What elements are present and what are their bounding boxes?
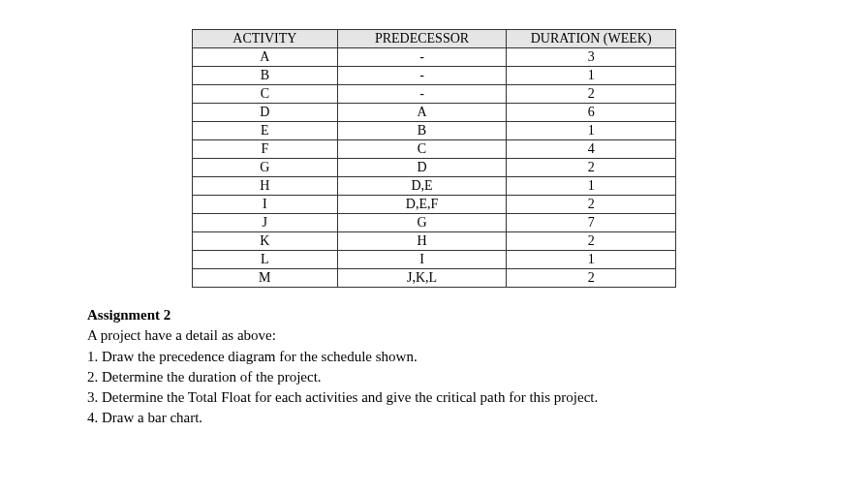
cell-predecessor: - xyxy=(337,85,507,104)
cell-predecessor: H xyxy=(337,232,507,251)
assignment-item: 1. Draw the precedence diagram for the s… xyxy=(87,347,781,366)
cell-predecessor: B xyxy=(337,122,507,140)
table-row: FC4 xyxy=(193,140,676,159)
table-row: HD,E1 xyxy=(193,177,676,196)
cell-duration: 1 xyxy=(507,251,676,269)
cell-duration: 1 xyxy=(507,67,676,85)
table-row: KH2 xyxy=(193,232,676,251)
table-row: B-1 xyxy=(193,67,676,85)
assignment-intro: A project have a detail as above: xyxy=(87,325,781,345)
table-row: GD2 xyxy=(193,159,676,177)
cell-activity: F xyxy=(193,140,338,159)
cell-duration: 2 xyxy=(507,159,676,177)
cell-activity: A xyxy=(193,48,338,67)
table-header-row: ACTIVITY PREDECESSOR DURATION (WEEK) xyxy=(193,30,676,48)
table-row: LI1 xyxy=(193,251,676,269)
assignment-heading: Assignment 2 xyxy=(87,305,781,324)
cell-predecessor: - xyxy=(337,48,507,67)
table-row: C-2 xyxy=(193,85,676,104)
cell-duration: 2 xyxy=(507,232,676,251)
cell-predecessor: - xyxy=(337,67,507,85)
activity-table-container: ACTIVITY PREDECESSOR DURATION (WEEK) A-3… xyxy=(87,29,781,288)
cell-predecessor: I xyxy=(337,251,507,269)
cell-predecessor: D,E,F xyxy=(337,196,507,214)
cell-duration: 4 xyxy=(507,140,676,159)
table-body: A-3 B-1 C-2 DA6 EB1 FC4 GD2 HD,E1 ID,E,F… xyxy=(193,48,676,288)
activity-table: ACTIVITY PREDECESSOR DURATION (WEEK) A-3… xyxy=(192,29,676,288)
cell-duration: 3 xyxy=(507,48,676,67)
cell-duration: 6 xyxy=(507,104,676,122)
assignment-item: 4. Draw a bar chart. xyxy=(87,408,781,427)
table-row: DA6 xyxy=(193,104,676,122)
cell-predecessor: D,E xyxy=(337,177,507,196)
cell-activity: D xyxy=(193,104,338,122)
cell-predecessor: J,K,L xyxy=(337,269,507,288)
table-row: A-3 xyxy=(193,48,676,67)
table-row: ID,E,F2 xyxy=(193,196,676,214)
cell-activity: C xyxy=(193,85,338,104)
cell-predecessor: C xyxy=(337,140,507,159)
cell-duration: 2 xyxy=(507,196,676,214)
cell-predecessor: G xyxy=(337,214,507,232)
assignment-item: 3. Determine the Total Float for each ac… xyxy=(87,387,781,407)
cell-activity: B xyxy=(193,67,338,85)
cell-activity: H xyxy=(193,177,338,196)
header-duration: DURATION (WEEK) xyxy=(507,30,676,48)
cell-activity: K xyxy=(193,232,338,251)
cell-duration: 1 xyxy=(507,122,676,140)
cell-activity: I xyxy=(193,196,338,214)
assignment-item: 2. Determine the duration of the project… xyxy=(87,367,781,386)
cell-duration: 7 xyxy=(507,214,676,232)
table-row: JG7 xyxy=(193,214,676,232)
assignment-text: Assignment 2 A project have a detail as … xyxy=(87,305,781,428)
cell-activity: E xyxy=(193,122,338,140)
cell-activity: J xyxy=(193,214,338,232)
cell-predecessor: D xyxy=(337,159,507,177)
cell-duration: 2 xyxy=(507,269,676,288)
cell-activity: L xyxy=(193,251,338,269)
cell-duration: 1 xyxy=(507,177,676,196)
header-activity: ACTIVITY xyxy=(193,30,338,48)
table-row: MJ,K,L2 xyxy=(193,269,676,288)
table-row: EB1 xyxy=(193,122,676,140)
cell-duration: 2 xyxy=(507,85,676,104)
cell-predecessor: A xyxy=(337,104,507,122)
header-predecessor: PREDECESSOR xyxy=(337,30,507,48)
cell-activity: G xyxy=(193,159,338,177)
cell-activity: M xyxy=(193,269,338,288)
